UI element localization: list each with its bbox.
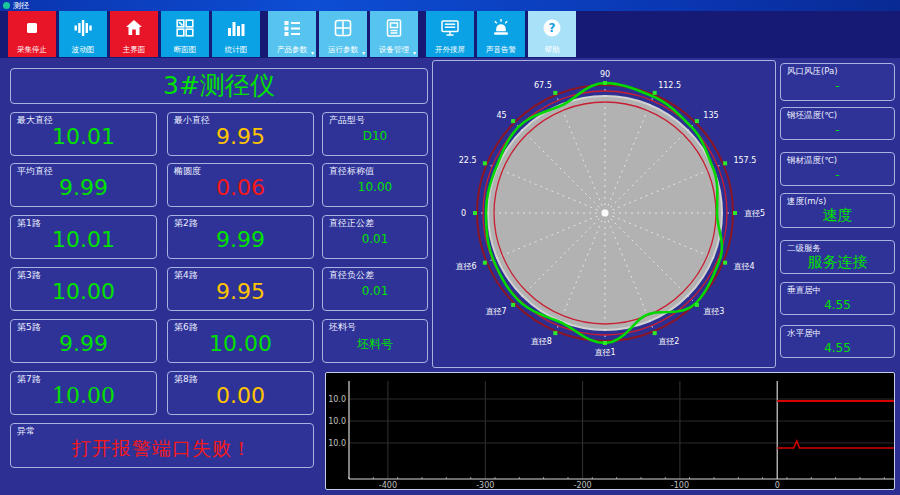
field-value: 0.00 xyxy=(168,383,313,408)
toolbar-button-external-screen[interactable]: 开外接屏 xyxy=(426,11,474,57)
app-icon xyxy=(3,2,10,9)
field-value: 坯料号 xyxy=(323,336,427,353)
status-box-speed: 速度(m/s)速度 xyxy=(780,193,895,228)
field-product-model: 产品型号D10 xyxy=(322,112,428,156)
toolbar-button-device-mgmt[interactable]: 设备管理▾ xyxy=(370,11,418,57)
toolbar-button-label: 波动图 xyxy=(72,45,95,54)
field-value: 10.00 xyxy=(11,279,156,304)
status-label: 钢材温度(℃) xyxy=(787,155,837,166)
svg-text:?: ? xyxy=(549,21,556,35)
field-value: 10.01 xyxy=(11,124,156,149)
help-icon: ? xyxy=(542,18,562,38)
field-value: 0.01 xyxy=(323,232,427,246)
svg-text:直径5: 直径5 xyxy=(744,209,765,218)
list-icon xyxy=(282,18,302,38)
field-path-6: 第6路10.00 xyxy=(167,319,314,363)
svg-text:135: 135 xyxy=(703,111,718,120)
field-max-diameter: 最大直径10.01 xyxy=(10,112,157,156)
toolbar-button-run-params[interactable]: 运行参数▾ xyxy=(319,11,367,57)
field-value: 9.99 xyxy=(11,331,156,356)
field-path-8: 第8路0.00 xyxy=(167,371,314,415)
wave-icon xyxy=(73,18,93,38)
toolbar-button-label: 采集停止 xyxy=(17,45,47,54)
field-nominal-diameter: 直径标称值10.00 xyxy=(322,163,428,207)
field-path-7: 第7路10.00 xyxy=(10,371,157,415)
svg-text:0: 0 xyxy=(775,481,780,489)
toolbar-button-help[interactable]: ?帮助 xyxy=(528,11,576,57)
field-value: 打开报警端口失败！ xyxy=(11,436,313,462)
svg-text:直径7: 直径7 xyxy=(486,307,507,316)
svg-text:10.0: 10.0 xyxy=(328,417,346,426)
svg-text:-400: -400 xyxy=(379,481,397,489)
field-path-5: 第5路9.99 xyxy=(10,319,157,363)
toolbar-button-sound-alarm[interactable]: 声音告警 xyxy=(477,11,525,57)
field-label: 直径正公差 xyxy=(329,218,374,229)
field-label: 直径负公差 xyxy=(329,270,374,281)
toolbar-button-wave-chart[interactable]: 波动图 xyxy=(59,11,107,57)
status-value: - xyxy=(781,168,894,182)
cross-section-chart-panel: 直径5157.5135112.59067.54522.50直径6直径7直径8直径… xyxy=(432,60,776,368)
status-label: 钢坯温度(℃) xyxy=(787,110,837,121)
cross-section-polar-chart: 直径5157.5135112.59067.54522.50直径6直径7直径8直径… xyxy=(433,61,775,367)
status-value: 服务连接 xyxy=(781,253,894,272)
svg-text:直径2: 直径2 xyxy=(658,337,679,346)
svg-text:直径8: 直径8 xyxy=(531,337,552,346)
toolbar-button-label: 设备管理 xyxy=(379,45,409,54)
field-billet-no: 坯料号坯料号 xyxy=(322,319,428,363)
section-icon xyxy=(175,18,195,38)
toolbar-group-3: 开外接屏声音告警?帮助 xyxy=(426,11,576,57)
dropdown-arrow-icon: ▾ xyxy=(362,50,365,56)
window-titlebar: 测径 xyxy=(0,0,900,11)
field-exception: 异常打开报警端口失败！ xyxy=(10,423,314,468)
svg-text:直径3: 直径3 xyxy=(703,307,724,316)
field-label: 产品型号 xyxy=(329,115,365,126)
home-icon xyxy=(124,18,144,38)
status-box-level2-service: 二级服务服务连接 xyxy=(780,240,895,274)
field-value: 9.99 xyxy=(11,175,156,200)
dropdown-arrow-icon: ▾ xyxy=(413,50,416,56)
status-box-tuyere-pressure: 风口风压(Pa)- xyxy=(780,63,895,101)
svg-text:67.5: 67.5 xyxy=(534,81,552,90)
svg-text:112.5: 112.5 xyxy=(658,81,681,90)
diameter-trend-chart: 10.010.010.0-400-300-200-1000 xyxy=(326,373,894,489)
field-plus-tolerance: 直径正公差0.01 xyxy=(322,215,428,259)
status-value: - xyxy=(781,123,894,137)
toolbar-button-main-screen[interactable]: 主界面 xyxy=(110,11,158,57)
status-value: 4.55 xyxy=(781,341,894,355)
svg-text:45: 45 xyxy=(497,111,507,120)
toolbar-button-label: 断面图 xyxy=(174,45,197,54)
stats-icon xyxy=(226,18,246,38)
field-path-2: 第2路9.99 xyxy=(167,215,314,259)
svg-text:-100: -100 xyxy=(671,481,689,489)
svg-text:-200: -200 xyxy=(574,481,592,489)
field-value: 9.95 xyxy=(168,124,313,149)
toolbar-button-product-params[interactable]: 产品参数▾ xyxy=(268,11,316,57)
toolbar-button-label: 主界面 xyxy=(123,45,146,54)
field-path-4: 第4路9.95 xyxy=(167,267,314,311)
toolbar-button-stats-chart[interactable]: 统计图 xyxy=(212,11,260,57)
status-label: 水平居中 xyxy=(787,328,821,339)
status-label: 风口风压(Pa) xyxy=(787,66,838,77)
status-box-vertical-centering: 垂直居中4.55 xyxy=(780,282,895,315)
toolbar-button-label: 产品参数 xyxy=(277,45,307,54)
toolbar-button-label: 统计图 xyxy=(225,45,248,54)
toolbar-group-2: 产品参数▾运行参数▾设备管理▾ xyxy=(268,11,418,57)
grid-icon xyxy=(333,18,353,38)
field-value: 9.95 xyxy=(168,279,313,304)
toolbar-button-section-chart[interactable]: 断面图 xyxy=(161,11,209,57)
toolbar-button-stop-collect[interactable]: 采集停止 xyxy=(8,11,56,57)
field-min-diameter: 最小直径9.95 xyxy=(167,112,314,156)
field-value: 10.01 xyxy=(11,227,156,252)
svg-text:157.5: 157.5 xyxy=(733,156,756,165)
field-avg-diameter: 平均直径9.99 xyxy=(10,163,157,207)
status-box-horizontal-centering: 水平居中4.55 xyxy=(780,325,895,358)
gauge-title: 3#测径仪 xyxy=(10,68,428,104)
toolbar-group-1: 采集停止波动图主界面断面图统计图 xyxy=(8,11,260,57)
field-value: 9.99 xyxy=(168,227,313,252)
toolbar-button-label: 开外接屏 xyxy=(435,45,465,54)
app-window: 测径 采集停止波动图主界面断面图统计图产品参数▾运行参数▾设备管理▾开外接屏声音… xyxy=(0,0,900,495)
svg-text:10.0: 10.0 xyxy=(328,395,346,404)
field-value: 10.00 xyxy=(323,180,427,194)
toolbar-button-label: 声音告警 xyxy=(486,45,516,54)
svg-text:0: 0 xyxy=(461,209,466,218)
